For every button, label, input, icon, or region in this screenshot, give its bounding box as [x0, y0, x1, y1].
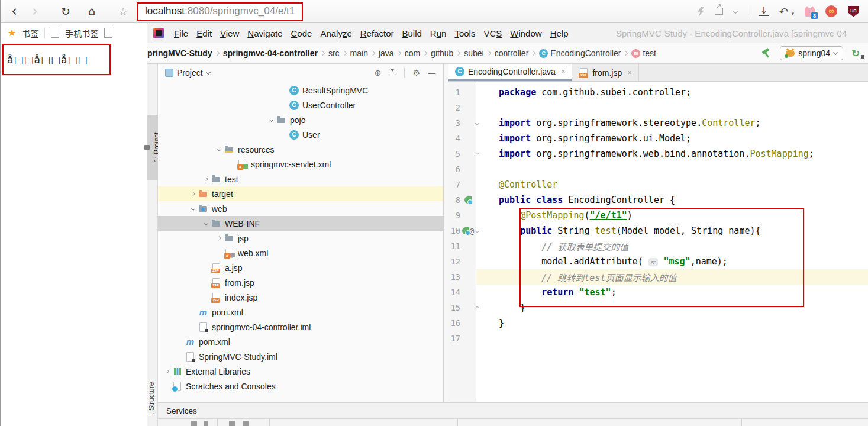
tree-item[interactable]: web.xml: [158, 246, 443, 260]
tree-item[interactable]: mpom.xml: [158, 334, 443, 349]
share-icon[interactable]: [715, 8, 723, 15]
tree-item[interactable]: springmvc-04-controller.iml: [158, 320, 443, 334]
url-bar[interactable]: localhost:8080/springmvc_04/e/t1: [137, 2, 303, 21]
breadcrumb-item[interactable]: src: [328, 49, 340, 58]
tree-item[interactable]: CUser: [158, 127, 443, 142]
tree-item[interactable]: target: [158, 186, 443, 201]
flash-icon[interactable]: [698, 7, 704, 16]
fold-marker-icon[interactable]: [473, 122, 480, 125]
fold-marker-icon[interactable]: [473, 153, 480, 156]
tree-item[interactable]: mpom.xml: [158, 305, 443, 320]
menu-window[interactable]: Window: [506, 27, 546, 40]
breadcrumb-item[interactable]: subei: [464, 49, 483, 58]
menu-edit[interactable]: Edit: [192, 27, 216, 40]
gear-icon[interactable]: ⚙: [412, 69, 420, 77]
close-tab-icon[interactable]: ×: [627, 68, 632, 77]
tree-chevron-icon[interactable]: [163, 370, 172, 373]
breadcrumb-item[interactable]: controller: [495, 49, 529, 58]
tree-item[interactable]: springmvc-servlet.xml: [158, 157, 443, 172]
mobile-bookmarks-label[interactable]: 手机书签: [65, 27, 98, 39]
tree-item[interactable]: SpringMVC-Study.iml: [158, 349, 443, 364]
breadcrumb-item[interactable]: github: [431, 49, 453, 58]
close-tab-icon[interactable]: ×: [561, 67, 566, 76]
reload-icon[interactable]: ↻: [55, 5, 76, 18]
structure-stripe-tab[interactable]: : Structure: [147, 372, 158, 425]
tree-chevron-icon[interactable]: [202, 222, 211, 225]
breadcrumb-item[interactable]: mtest: [631, 49, 656, 58]
home-icon[interactable]: ⌂: [81, 4, 102, 18]
tree-item[interactable]: WEB-INF: [158, 216, 443, 231]
breadcrumb-item[interactable]: com: [405, 49, 420, 58]
tree-chevron-icon[interactable]: [267, 118, 276, 121]
menu-tools[interactable]: Tools: [450, 27, 479, 40]
tree-chevron-icon[interactable]: [189, 192, 198, 195]
breadcrumb-item[interactable]: main: [350, 49, 368, 58]
hide-panel-icon[interactable]: —: [428, 69, 436, 77]
breadcrumb-item[interactable]: springmvc-04-controller: [223, 49, 318, 58]
tree-chevron-icon[interactable]: [202, 178, 211, 180]
tree-item[interactable]: resources: [158, 142, 443, 157]
chevron-down-icon[interactable]: [205, 69, 210, 74]
tree-item[interactable]: web: [158, 201, 443, 216]
breadcrumb-item[interactable]: java: [379, 49, 394, 58]
cat-extension-icon[interactable]: 8: [805, 8, 815, 17]
tree-item[interactable]: Scratches and Consoles: [158, 379, 443, 393]
tree-item[interactable]: index.jsp: [158, 290, 443, 305]
ublock-shield-icon[interactable]: UO: [848, 6, 859, 17]
tree-item-label: web: [212, 204, 227, 214]
spring-bean-icon[interactable]: [462, 227, 469, 234]
tree-item[interactable]: pojo: [158, 112, 443, 127]
bookmarks-label[interactable]: 书签: [22, 27, 38, 39]
infinity-extension-icon[interactable]: ∞: [825, 5, 837, 17]
back-icon[interactable]: ‹: [4, 3, 24, 20]
locate-file-icon[interactable]: ⊕: [375, 69, 382, 77]
tree-item[interactable]: jsp: [158, 231, 443, 246]
undo-icon[interactable]: ↶ ▾: [779, 5, 794, 18]
editor-tab[interactable]: CEncodingController.java×: [448, 64, 572, 81]
cut-off-icon: [191, 421, 197, 426]
project-stripe-tab[interactable]: 1: Project: [147, 115, 158, 180]
menu-code[interactable]: Code: [287, 27, 317, 40]
menu-file[interactable]: File: [170, 27, 192, 40]
header-divider: [404, 68, 405, 78]
tree-chevron-icon[interactable]: [215, 148, 224, 151]
tree-item-label: springmvc-04-controller.iml: [212, 322, 311, 332]
tree-item[interactable]: a.jsp: [158, 260, 443, 275]
code-editor[interactable]: 1package com.github.subei.controller;23i…: [448, 82, 868, 402]
menu-build[interactable]: Build: [398, 27, 425, 40]
services-tool-window-bar[interactable]: Services: [158, 402, 868, 418]
collapse-all-icon[interactable]: [389, 69, 396, 77]
menu-help[interactable]: Help: [546, 27, 573, 40]
breadcrumb-item[interactable]: pringMVC-Study: [147, 49, 212, 58]
fold-marker-icon[interactable]: [473, 230, 480, 233]
tree-item[interactable]: External Libraries: [158, 364, 443, 379]
tree-chevron-icon[interactable]: [189, 207, 198, 210]
project-panel-title[interactable]: Project: [177, 68, 203, 78]
chevron-down-icon[interactable]: [733, 9, 738, 14]
fold-marker-icon[interactable]: [473, 306, 480, 309]
code-line: 3import org.springframework.stereotype.C…: [448, 115, 868, 131]
build-hammer-icon[interactable]: [761, 49, 772, 58]
spring-bean-icon[interactable]: [464, 196, 472, 204]
menu-navigate[interactable]: Navigate: [243, 27, 286, 40]
bottom-toolbar-strip: [158, 418, 868, 426]
tree-item[interactable]: CResultSpringMVC: [158, 83, 443, 98]
menu-analyze[interactable]: Analyze: [316, 27, 356, 40]
tree-item[interactable]: CUserController: [158, 98, 443, 112]
url-host: localhost: [145, 5, 185, 17]
rerun-icon[interactable]: ↻: [851, 47, 863, 59]
bookmark-star-icon[interactable]: ☆: [114, 5, 132, 18]
tree-chevron-icon[interactable]: [215, 237, 224, 240]
menu-view[interactable]: View: [216, 27, 243, 40]
tree-item[interactable]: test: [158, 172, 443, 186]
editor-tab[interactable]: from.jsp×: [572, 64, 638, 81]
breadcrumb-item[interactable]: CEncodingController: [539, 49, 621, 58]
menu-run[interactable]: Run: [426, 27, 451, 40]
menu-vcs[interactable]: VCS: [479, 27, 506, 40]
forward-icon[interactable]: ›: [24, 3, 46, 20]
strip-divider: [217, 419, 218, 426]
tree-item[interactable]: from.jsp: [158, 275, 443, 290]
run-configuration-select[interactable]: spring04: [780, 46, 843, 60]
download-icon[interactable]: ↓: [759, 7, 768, 16]
menu-refactor[interactable]: Refactor: [356, 27, 398, 40]
